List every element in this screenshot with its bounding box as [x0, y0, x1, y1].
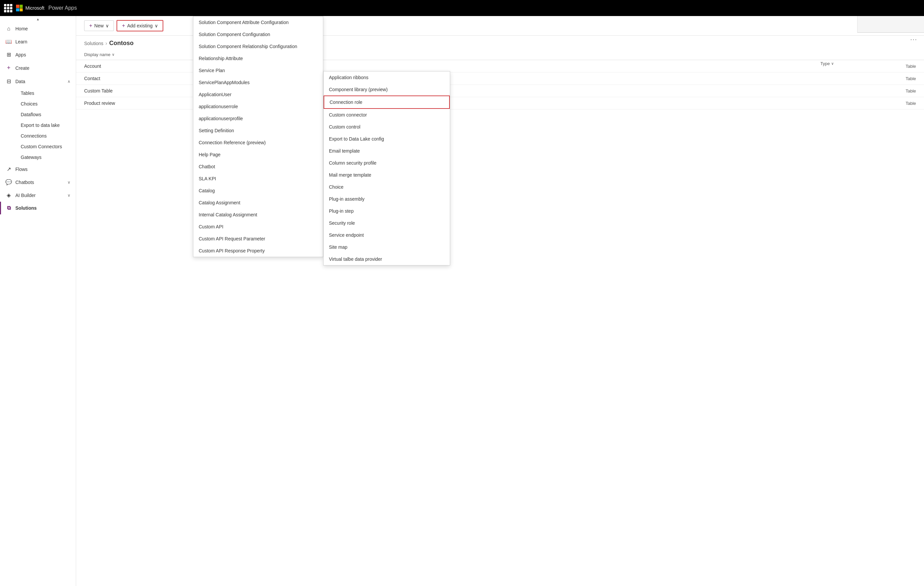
- sidebar-item-gateways[interactable]: Gateways: [15, 152, 76, 163]
- dropdown-item[interactable]: Solution Component Attribute Configurati…: [193, 17, 323, 28]
- item-label: Connection Reference (preview): [199, 140, 266, 145]
- learn-icon: 📖: [5, 38, 12, 45]
- dropdown-item[interactable]: Service endpoint: [323, 229, 450, 241]
- sidebar-item-choices[interactable]: Choices: [15, 99, 76, 109]
- chatbots-icon: 💬: [5, 179, 12, 185]
- dropdown-item[interactable]: Custom connector: [323, 109, 450, 121]
- data-submenu: Tables Choices Dataflows Export to data …: [0, 88, 76, 163]
- sidebar-item-data[interactable]: ⊟ Data ∧: [0, 75, 76, 88]
- dropdown-item[interactable]: Relationship Attribute: [193, 53, 323, 64]
- item-label: Custom API Request Parameter: [199, 236, 265, 241]
- add-plus-icon: +: [122, 23, 125, 29]
- add-existing-button[interactable]: + Add existing ∨: [117, 20, 163, 31]
- dropdown-item[interactable]: Plug-in assembly: [323, 193, 450, 205]
- item-label: ServicePlanAppModules: [199, 80, 250, 85]
- dropdown-item[interactable]: Solution Component Configuration: [193, 28, 323, 40]
- dropdown-item[interactable]: applicationuserprofile: [193, 112, 323, 125]
- sidebar-item-custom-connectors[interactable]: Custom Connectors: [15, 141, 76, 152]
- sidebar-item-dataflows[interactable]: Dataflows: [15, 109, 76, 120]
- dropdown-item[interactable]: SLA KPI: [193, 173, 323, 185]
- brand-name: Power Apps: [48, 5, 77, 11]
- dropdown-item[interactable]: Virtual talbe data provider: [323, 253, 450, 265]
- dropdown-item[interactable]: Email template: [323, 145, 450, 157]
- sidebar-item-label: Create: [15, 66, 30, 71]
- sidebar-item-home[interactable]: ⌂ Home: [0, 22, 76, 35]
- sidebar-item-chatbots[interactable]: 💬 Chatbots ∨: [0, 176, 76, 189]
- item-label: Relationship Attribute: [199, 56, 243, 61]
- item-label: applicationuserprofile: [199, 116, 243, 121]
- right-panel-more[interactable]: ···: [910, 36, 917, 43]
- dropdown-item[interactable]: ServicePlanAppModules: [193, 76, 323, 89]
- dropdown-item[interactable]: Catalog Assignment: [193, 196, 323, 209]
- dropdown-item[interactable]: Internal Catalog Assignment: [193, 209, 323, 221]
- item-label: Catalog: [199, 188, 215, 193]
- new-button-label: New: [94, 23, 104, 28]
- item-label: Service Plan: [199, 68, 225, 73]
- sidebar-item-apps[interactable]: ⊞ Apps: [0, 48, 76, 61]
- sidebar-item-flows[interactable]: ↗ Flows: [0, 163, 76, 176]
- row-type: Table: [889, 76, 916, 81]
- create-icon: +: [5, 64, 12, 71]
- dropdown-item[interactable]: Column security profile: [323, 157, 450, 169]
- dropdown-item[interactable]: Setting Definition: [193, 125, 323, 137]
- microsoft-logo: Microsoft: [16, 5, 45, 12]
- dropdown-menu-1[interactable]: Solution Component Attribute Configurati…: [193, 16, 323, 257]
- breadcrumb-parent[interactable]: Solutions: [84, 41, 104, 46]
- sidebar-item-connections[interactable]: Connections: [15, 130, 76, 141]
- new-button[interactable]: + New ∨: [84, 20, 114, 31]
- sidebar-item-ai-builder[interactable]: ◈ AI Builder ∨: [0, 189, 76, 202]
- sidebar-scroll-up[interactable]: ▲: [0, 16, 76, 22]
- item-label: Custom control: [329, 124, 360, 130]
- sidebar-item-label: Apps: [15, 52, 26, 58]
- export-label: Export to data lake: [21, 122, 60, 128]
- dropdown-item[interactable]: Catalog: [193, 185, 323, 196]
- sidebar-item-export[interactable]: Export to data lake: [15, 120, 76, 130]
- sidebar-item-tables[interactable]: Tables: [15, 88, 76, 99]
- tables-label: Tables: [21, 91, 34, 96]
- dropdown-item[interactable]: applicationuserrole: [193, 101, 323, 112]
- right-panel-stub: [857, 16, 924, 33]
- item-label: Help Page: [199, 152, 220, 157]
- sidebar-item-learn[interactable]: 📖 Learn: [0, 35, 76, 48]
- sidebar-item-label: Data: [15, 79, 25, 84]
- sidebar-item-create[interactable]: + Create: [0, 61, 76, 75]
- dropdown-item[interactable]: Custom API: [193, 221, 323, 233]
- dataflows-label: Dataflows: [21, 112, 41, 117]
- choices-label: Choices: [21, 101, 38, 107]
- sidebar-item-label: Chatbots: [15, 180, 34, 185]
- dropdown-item[interactable]: Mail merge template: [323, 169, 450, 181]
- dropdown-item[interactable]: Custom API Request Parameter: [193, 233, 323, 245]
- dropdown-item[interactable]: Component library (preview): [323, 84, 450, 96]
- display-name-header[interactable]: Display name ∨: [84, 52, 114, 57]
- dropdown-item[interactable]: Plug-in step: [323, 205, 450, 217]
- dropdown-item[interactable]: Help Page: [193, 149, 323, 161]
- dropdown-item-connection-role[interactable]: Connection role: [323, 96, 450, 109]
- dropdown-item[interactable]: Choice: [323, 181, 450, 193]
- item-label: Setting Definition: [199, 128, 234, 133]
- dropdown-item[interactable]: Chatbot: [193, 161, 323, 173]
- dropdown-menu-2[interactable]: Application ribbons Component library (p…: [323, 71, 450, 266]
- waffle-menu[interactable]: [4, 4, 12, 12]
- dropdown-item[interactable]: Solution Component Relationship Configur…: [193, 40, 323, 53]
- item-label: Column security profile: [329, 160, 376, 166]
- dropdown-item[interactable]: Custom control: [323, 121, 450, 133]
- item-label: Plug-in assembly: [329, 196, 365, 202]
- dropdown-item[interactable]: Export to Data Lake config: [323, 133, 450, 145]
- row-type: Table: [889, 89, 916, 94]
- dropdown-item[interactable]: Custom API Response Property: [193, 245, 323, 257]
- sidebar-item-solutions[interactable]: ⧉ Solutions: [0, 202, 76, 215]
- item-label: Virtual talbe data provider: [329, 256, 382, 262]
- dropdown-item[interactable]: Service Plan: [193, 64, 323, 76]
- dropdown-item[interactable]: ApplicationUser: [193, 89, 323, 101]
- gateways-label: Gateways: [21, 155, 41, 160]
- display-name-label: Display name: [84, 52, 111, 57]
- dropdown-item[interactable]: Security role: [323, 217, 450, 229]
- dropdown-item[interactable]: Site map: [323, 241, 450, 253]
- item-label: SLA KPI: [199, 176, 216, 181]
- dropdown-item[interactable]: Application ribbons: [323, 71, 450, 84]
- dropdown-item[interactable]: Connection Reference (preview): [193, 137, 323, 149]
- ms-logo-squares: [16, 5, 23, 12]
- sidebar-item-label: Solutions: [15, 205, 37, 211]
- type-col-header[interactable]: Type ∨: [820, 61, 834, 66]
- sidebar-item-label: Home: [15, 26, 28, 31]
